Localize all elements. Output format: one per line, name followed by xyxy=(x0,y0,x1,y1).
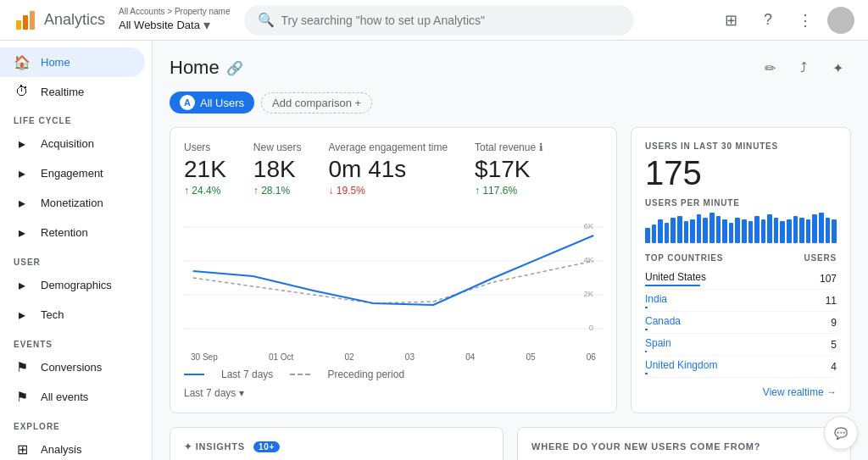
apps-button[interactable]: ⊞ xyxy=(715,5,746,36)
sidebar-label-retention: Retention xyxy=(41,226,88,239)
mini-bar xyxy=(703,218,708,243)
legend-dashed-line xyxy=(290,374,310,375)
users-per-min-label: USERS PER MINUTE xyxy=(645,198,837,208)
users-header-label: USERS xyxy=(804,253,837,263)
mini-bar xyxy=(767,214,772,243)
page-actions: ✏ ⤴ ✦ xyxy=(756,54,851,81)
bottom-card-right-title: WHERE DO YOUR NEW USERS COME FROM? xyxy=(531,441,837,452)
monetization-expand-icon: ▸ xyxy=(14,195,31,211)
mini-bar xyxy=(652,224,657,243)
metric-engagement-value: 0m 41s xyxy=(329,157,448,183)
sidebar-item-conversions[interactable]: ⚑ Conversions xyxy=(0,352,145,382)
revenue-info-icon: ℹ xyxy=(539,141,543,153)
insights-count: 10+ xyxy=(253,441,280,452)
page-header: Home 🔗 ✏ ⤴ ✦ xyxy=(170,54,851,81)
search-input[interactable] xyxy=(281,14,620,27)
sidebar-item-home[interactable]: 🏠 Home xyxy=(0,47,145,77)
more-options-button[interactable]: ⋮ xyxy=(790,5,821,36)
help-button[interactable]: ? xyxy=(753,5,783,36)
country-name[interactable]: United Kingdom xyxy=(645,358,717,374)
mini-bar xyxy=(826,218,831,243)
sidebar-item-allevents[interactable]: ⚑ All events xyxy=(0,382,145,412)
page-title: Home xyxy=(170,57,220,79)
search-icon: 🔍 xyxy=(258,12,275,28)
segment-circle: A xyxy=(180,95,195,110)
svg-text:4K: 4K xyxy=(583,256,594,264)
sidebar-item-analysis[interactable]: ⊞ Analysis xyxy=(0,435,145,460)
mini-bar xyxy=(665,223,670,243)
countries-header: TOP COUNTRIES USERS xyxy=(645,253,837,263)
share-button[interactable]: ⤴ xyxy=(790,54,817,81)
account-name-row: All Website Data ▾ xyxy=(119,17,230,35)
metric-new-users-label: New users xyxy=(253,141,302,153)
chat-button[interactable]: 💬 xyxy=(824,416,858,450)
metric-revenue-value: $17K xyxy=(475,157,543,183)
account-dropdown-icon[interactable]: ▾ xyxy=(203,17,210,35)
page-link-icon[interactable]: 🔗 xyxy=(226,60,243,76)
main-layout: 🏠 Home ⏱ Realtime LIFE CYCLE ▸ Acquisiti… xyxy=(0,41,868,460)
engagement-expand-icon: ▸ xyxy=(14,165,31,181)
sidebar-label-tech: Tech xyxy=(41,308,64,321)
conversions-icon: ⚑ xyxy=(14,359,31,375)
mini-bar xyxy=(754,216,760,243)
home-icon: 🏠 xyxy=(14,54,31,70)
svg-rect-1 xyxy=(23,15,28,30)
metric-new-users-value: 18K xyxy=(253,157,302,183)
all-users-segment[interactable]: A All Users xyxy=(170,91,254,114)
country-name[interactable]: Spain xyxy=(645,336,671,352)
country-row: Spain5 xyxy=(645,334,837,356)
sidebar-item-engagement[interactable]: ▸ Engagement xyxy=(0,158,145,188)
bottom-card-left-title: ✦ Insights 10+ xyxy=(184,441,489,452)
metric-revenue-change: ↑ 117.6% xyxy=(475,185,543,197)
country-users: 9 xyxy=(831,317,837,329)
mini-bar xyxy=(812,214,817,243)
date-range-label: Last 7 days xyxy=(184,387,236,399)
top-countries: TOP COUNTRIES USERS United States107Indi… xyxy=(645,253,837,378)
edit-button[interactable]: ✏ xyxy=(756,54,783,81)
date-range-dropdown-icon: ▾ xyxy=(239,387,244,399)
date-range-button[interactable]: Last 7 days ▾ xyxy=(184,387,603,399)
main-analytics-card: Users 21K ↑ 24.4% New users 18K ↑ 28.1% xyxy=(170,127,617,413)
mini-bar xyxy=(787,219,792,243)
svg-rect-0 xyxy=(16,20,21,30)
sidebar-item-monetization[interactable]: ▸ Monetization xyxy=(0,188,145,218)
search-bar[interactable]: 🔍 xyxy=(244,5,634,36)
country-name[interactable]: India xyxy=(645,292,667,308)
user-avatar[interactable] xyxy=(827,7,854,34)
sidebar-item-tech[interactable]: ▸ Tech xyxy=(0,300,145,330)
sidebar-item-acquisition[interactable]: ▸ Acquisition xyxy=(0,129,145,158)
mini-bar xyxy=(799,218,804,243)
country-users: 11 xyxy=(826,295,837,307)
chart-svg: 6K 4K 2K 0 xyxy=(184,210,603,346)
view-realtime-button[interactable]: View realtime → xyxy=(645,386,837,398)
sidebar-item-realtime[interactable]: ⏱ Realtime xyxy=(0,77,145,106)
country-row: Canada9 xyxy=(645,312,837,334)
filter-row: A All Users Add comparison + xyxy=(170,91,851,114)
page-title-row: Home 🔗 xyxy=(170,57,243,79)
country-name[interactable]: Canada xyxy=(645,314,681,330)
sidebar-item-retention[interactable]: ▸ Retention xyxy=(0,218,145,247)
add-comparison-button[interactable]: Add comparison + xyxy=(261,92,372,114)
metric-users-change: ↑ 24.4% xyxy=(184,185,226,197)
sidebar-label-demographics: Demographics xyxy=(41,279,112,291)
mini-bar xyxy=(748,221,754,243)
mini-bar xyxy=(684,221,689,243)
insights-button[interactable]: ✦ xyxy=(824,54,851,81)
mini-bar xyxy=(716,216,721,243)
mini-bar xyxy=(658,219,663,243)
sidebar-label-home: Home xyxy=(41,56,70,69)
legend-solid-label: Last 7 days xyxy=(221,369,273,380)
country-row: India11 xyxy=(645,290,837,312)
mini-bar xyxy=(670,218,676,243)
svg-text:2K: 2K xyxy=(583,290,594,298)
insights-label: ✦ xyxy=(184,441,196,452)
metric-engagement: Average engagement time 0m 41s ↓ 19.5% xyxy=(329,141,448,197)
sidebar-item-demographics[interactable]: ▸ Demographics xyxy=(0,270,145,300)
chart-x-labels: 30 Sep 01 Oct 02 03 04 05 06 xyxy=(184,352,603,362)
sidebar-label-acquisition: Acquisition xyxy=(41,137,94,150)
app-name: Analytics xyxy=(44,11,105,29)
metric-revenue: Total revenue ℹ $17K ↑ 117.6% xyxy=(475,141,543,197)
metric-engagement-label: Average engagement time xyxy=(329,141,448,153)
mini-bars-chart xyxy=(645,213,837,243)
chart-legend: Last 7 days Preceding period xyxy=(184,369,603,380)
